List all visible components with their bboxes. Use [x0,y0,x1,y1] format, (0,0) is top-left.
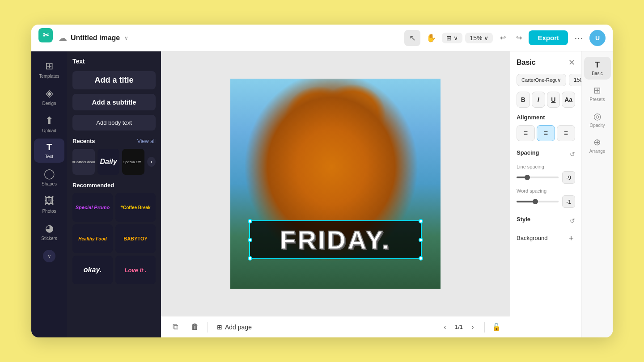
rec-item-loveit[interactable]: Love it . [115,256,156,284]
format-case-button[interactable]: Aa [562,92,575,108]
header: ✂ ☁ Untitled image ∨ ↖ ✋ ⊞ ∨ 15% ∨ ↩ ↪ E… [31,25,613,51]
cursor-tool-button[interactable]: ↖ [404,30,420,46]
add-page-button[interactable]: ⊞ Add page [213,322,255,333]
right-tab-arrange[interactable]: ⊕ Arrange [584,133,611,157]
recents-grid: #CoffeeBreak Daily Special Off... › [72,149,156,175]
sidebar-collapse-button[interactable]: ∨ [43,250,55,262]
align-center-button[interactable]: ≡ [537,125,555,141]
sidebar-item-text[interactable]: T Text [34,139,64,163]
handle-ml[interactable] [248,238,252,242]
add-page-icon: ⊞ [217,324,222,331]
format-italic-button[interactable]: I [532,92,545,108]
word-spacing-value[interactable]: -1 [562,195,575,208]
zoom-chevron: ∨ [484,34,488,42]
opacity-tab-icon: ◎ [593,111,601,122]
doc-title-chevron[interactable]: ∨ [124,35,128,41]
align-left-button[interactable]: ≡ [517,125,535,141]
next-page-button[interactable]: › [466,321,479,333]
undo-button[interactable]: ↩ [496,31,510,45]
handle-mr[interactable] [419,238,423,242]
font-selector[interactable]: CarterOne-Regul ∨ [517,74,566,86]
add-title-button[interactable]: Add a title [72,71,156,89]
style-reset-icon[interactable]: ↺ [570,217,575,224]
doc-title[interactable]: Untitled image [71,34,120,42]
rec-item-okay[interactable]: okay. [72,256,113,284]
basic-tab-icon: T [595,60,600,70]
spacing-header: Spacing ↺ [517,147,575,160]
word-spacing-slider-track[interactable] [517,201,559,202]
spacing-section: Spacing ↺ Line spacing -9 [517,147,575,208]
handle-tl[interactable] [248,219,252,223]
canvas-wrapper[interactable]: FRIDAY. [161,51,510,316]
format-underline-button[interactable]: U [547,92,560,108]
add-background-button[interactable]: ＋ [567,232,575,243]
prev-page-button[interactable]: ‹ [439,321,451,333]
sidebar-item-photos[interactable]: 🖼 Photos [34,192,64,217]
redo-button[interactable]: ↪ [512,31,526,45]
close-panel-button[interactable]: ✕ [568,58,575,67]
view-all-button[interactable]: View all [137,138,156,144]
line-spacing-slider-row: -9 [517,171,575,184]
word-spacing-row: Word spacing -1 [517,188,575,208]
style-header: Style ↺ [517,214,575,227]
canvas-text-friday[interactable]: FRIDAY. [280,225,391,255]
spacing-label: Spacing [517,149,539,156]
font-row: CarterOne-Regul ∨ 150.77 ∨ [517,74,575,86]
separator-1 [208,322,208,333]
line-spacing-slider-track[interactable] [517,177,559,178]
right-panel: Basic ✕ CarterOne-Regul ∨ 150.77 ∨ [510,51,613,337]
format-bold-button[interactable]: B [517,92,530,108]
font-size-value: 150.77 [574,77,581,83]
sidebar-item-upload[interactable]: ⬆ Upload [34,111,64,137]
zoom-control[interactable]: 15% ∨ [465,33,493,43]
header-tools: ↖ ✋ ⊞ ∨ 15% ∨ ↩ ↪ Export ⋯ U [404,30,606,46]
word-spacing-slider-row: -1 [517,195,575,208]
line-spacing-value[interactable]: -9 [562,171,575,184]
sidebar-item-templates[interactable]: ⊞ Templates [34,57,64,82]
lock-button[interactable]: 🔓 [490,321,503,333]
layout-selector[interactable]: ⊞ ∨ [442,33,462,43]
avatar[interactable]: U [589,30,606,46]
rec-item-babytoy[interactable]: BABYTOY [115,224,156,253]
more-options-button[interactable]: ⋯ [571,30,587,46]
delete-page-button[interactable]: 🗑 [188,320,202,334]
sidebar-item-stickers[interactable]: ◕ Stickers [34,219,64,244]
hand-tool-button[interactable]: ✋ [423,30,439,46]
font-size-selector[interactable]: 150.77 ∨ [569,74,581,86]
sidebar-item-design[interactable]: ◈ Design [34,84,64,109]
line-spacing-slider-thumb[interactable] [525,175,530,180]
rec-item-coffee-break[interactable]: #Coffee Break [115,193,156,222]
rec-item-special-promo[interactable]: Special Promo [72,193,113,222]
right-tab-basic[interactable]: T Basic [584,57,611,80]
upload-icon: ⬆ [45,115,53,126]
copy-page-button[interactable]: ⧉ [168,320,182,334]
recents-next-button[interactable]: › [147,157,156,167]
style-section: Style ↺ [517,214,575,227]
text-overlay-box[interactable]: FRIDAY. [249,220,421,259]
sidebar-item-shapes[interactable]: ◯ Shapes [34,164,64,190]
add-subtitle-button[interactable]: Add a subtitle [72,94,156,110]
handle-tr[interactable] [419,219,423,223]
right-tab-presets[interactable]: ⊞ Presets [584,81,611,105]
recent-item-daily[interactable]: Daily [97,149,120,175]
design-icon: ◈ [46,88,53,99]
right-tab-opacity[interactable]: ◎ Opacity [584,107,611,131]
prop-header: Basic ✕ [517,58,575,67]
spacing-reset-icon[interactable]: ↺ [570,151,575,158]
add-page-label: Add page [225,324,252,331]
export-button[interactable]: Export [529,30,568,45]
text-icon: T [47,142,52,152]
recent-item-special[interactable]: Special Off... [122,149,144,175]
page-nav: ‹ 1/1 › [439,321,479,333]
word-spacing-slider-thumb[interactable] [533,199,538,204]
add-body-button[interactable]: Add body text [72,115,156,130]
recent-item-coffee[interactable]: #CoffeeBreak [72,149,95,175]
font-name: CarterOne-Regul [521,77,557,83]
canvas-frame[interactable]: FRIDAY. [230,79,441,289]
handle-br[interactable] [419,256,423,261]
rec-item-healthy-food[interactable]: Healthy Food [72,224,113,253]
presets-tab-icon: ⊞ [593,85,601,96]
align-right-button[interactable]: ≡ [557,125,575,141]
line-spacing-label: Line spacing [517,164,575,169]
alignment-row: ≡ ≡ ≡ [517,125,575,141]
